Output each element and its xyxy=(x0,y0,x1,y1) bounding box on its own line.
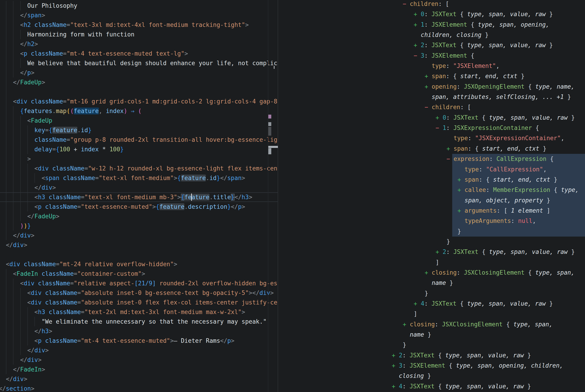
ast-node-row[interactable]: +span: { start, end, ctxt } xyxy=(290,144,585,154)
ast-node-row[interactable]: } xyxy=(290,340,585,350)
code-line[interactable]: <p className="mt-4 text-essence-muted">—… xyxy=(0,336,278,346)
code-line[interactable]: ))} xyxy=(0,221,278,231)
collapse-node-toggle[interactable]: − xyxy=(447,154,454,164)
ast-node-row[interactable]: +2: JSXText { type, span, value, raw } xyxy=(290,247,585,257)
ast-node-row[interactable]: } xyxy=(290,236,585,247)
ast-node-row[interactable]: type: "JSXExpressionContainer", xyxy=(290,133,585,143)
code-line[interactable]: </section> xyxy=(0,384,278,392)
ast-tree-pane[interactable]: −children: [+0: JSXText { type, span, va… xyxy=(290,0,585,392)
code-line[interactable] xyxy=(0,87,278,97)
code-line[interactable] xyxy=(0,250,278,259)
expand-node-toggle[interactable]: + xyxy=(414,9,421,19)
ast-node-row[interactable]: } xyxy=(290,288,585,298)
collapse-node-toggle[interactable]: − xyxy=(403,0,410,9)
ast-node-row[interactable]: +4: JSXText { type, span, value, raw } xyxy=(290,381,585,392)
code-line[interactable]: <div className="absolute inset-0 bg-esse… xyxy=(0,288,278,298)
ast-node-row[interactable]: name } xyxy=(290,330,585,340)
collapse-node-toggle[interactable]: − xyxy=(414,50,421,61)
code-line[interactable]: </h2> xyxy=(0,39,278,49)
ast-node-row[interactable]: +2: JSXText { type, span, value, raw } xyxy=(290,40,585,50)
ast-node-row[interactable]: type: "JSXElement", xyxy=(290,61,585,71)
code-line[interactable]: className="group p-8 rounded-2xl transit… xyxy=(0,135,278,144)
ast-node-row[interactable]: } xyxy=(290,226,585,236)
code-line[interactable]: </div> xyxy=(0,240,278,250)
ast-node-row[interactable]: −1: JSXExpressionContainer { xyxy=(290,123,585,133)
code-line[interactable]: Our Philosophy xyxy=(0,1,278,10)
expand-node-toggle[interactable]: + xyxy=(414,20,421,30)
expand-node-toggle[interactable]: + xyxy=(414,298,421,309)
code-line[interactable]: </div> xyxy=(0,231,278,240)
code-line[interactable]: <h3 className="text-2xl md:text-3xl font… xyxy=(0,307,278,317)
expand-node-toggle[interactable]: + xyxy=(392,381,399,392)
code-line[interactable]: </h3> xyxy=(0,326,278,336)
ast-node-row[interactable]: ] xyxy=(290,309,585,319)
code-line[interactable]: <h2 className="text-3xl md:text-4xl font… xyxy=(0,20,278,30)
expand-node-toggle[interactable]: + xyxy=(447,144,454,154)
code-line[interactable]: </FadeIn> xyxy=(0,365,278,374)
expand-node-toggle[interactable]: + xyxy=(425,268,432,278)
scrollbar-thumb[interactable] xyxy=(268,148,271,154)
expand-node-toggle[interactable]: + xyxy=(425,82,432,92)
ast-node-row[interactable]: +0: JSXText { type, span, value, raw } xyxy=(290,9,585,19)
ast-node-row[interactable]: +0: JSXText { type, span, value, raw } xyxy=(290,112,585,123)
code-line[interactable]: > xyxy=(0,154,278,164)
ast-node-row[interactable]: +4: JSXText { type, span, value, raw } xyxy=(290,298,585,309)
code-line[interactable]: <FadeIn className="container-custom"> xyxy=(0,269,278,278)
ast-node-row[interactable]: +1: JSXElement { type, span, opening, xyxy=(290,20,585,30)
code-line[interactable]: <div className="absolute inset-0 flex fl… xyxy=(0,298,278,307)
ast-node-row[interactable]: −children: [ xyxy=(290,102,585,112)
code-line[interactable]: </div> xyxy=(0,346,278,355)
ast-node-row[interactable]: +opening: JSXOpeningElement { type, name… xyxy=(290,82,585,92)
ast-node-row[interactable]: closing } xyxy=(290,371,585,381)
ast-node-row[interactable]: children, closing } xyxy=(290,30,585,40)
code-line[interactable]: <p className="text-essence-muted">{featu… xyxy=(0,202,278,212)
code-line[interactable]: "We eliminate the unnecessary so that th… xyxy=(0,317,278,326)
ast-node-row[interactable]: +arguments: [ 1 element ] xyxy=(290,206,585,216)
ast-node-row[interactable]: span, attributes, selfClosing, ... +1 } xyxy=(290,92,585,102)
code-line[interactable]: </p> xyxy=(0,68,278,78)
source-code-pane[interactable]: Our Philosophy </span> <h2 className="te… xyxy=(0,0,278,392)
ast-node-row[interactable]: −children: [ xyxy=(290,0,585,9)
ast-node-row[interactable]: +callee: MemberExpression { type, xyxy=(290,185,585,195)
code-line[interactable]: </FadeUp> xyxy=(0,78,278,87)
code-line[interactable]: <div className="relative aspect-[21/9] r… xyxy=(0,278,278,288)
expand-node-toggle[interactable]: + xyxy=(457,185,465,195)
expand-node-toggle[interactable]: + xyxy=(436,112,443,123)
ast-node-row[interactable]: typeArguments: null, xyxy=(290,216,585,226)
ast-node-row[interactable]: span, object, property } xyxy=(290,195,585,206)
code-line[interactable]: <div className="mt-16 grid grid-cols-1 m… xyxy=(0,97,278,106)
ast-node-row[interactable]: +closing: JSXClosingElement { type, span… xyxy=(290,319,585,330)
code-line[interactable]: </div> xyxy=(0,374,278,384)
code-line[interactable]: <FadeUp xyxy=(0,116,278,125)
expand-node-toggle[interactable]: + xyxy=(425,71,432,81)
expand-node-toggle[interactable]: + xyxy=(457,206,465,216)
ast-node-row[interactable]: +span: { start, end, ctxt } xyxy=(290,174,585,185)
ast-node-row[interactable]: +3: JSXElement { type, span, opening, ch… xyxy=(290,360,585,371)
code-line[interactable]: <p className="mt-4 text-essence-muted te… xyxy=(0,49,278,58)
expand-node-toggle[interactable]: + xyxy=(392,360,399,371)
ast-node-row[interactable]: name } xyxy=(290,278,585,288)
ast-node-row[interactable]: +closing: JSXClosingElement { type, span… xyxy=(290,268,585,278)
code-line[interactable]: Harmonizing form with function xyxy=(0,30,278,39)
expand-node-toggle[interactable]: + xyxy=(392,350,399,360)
ast-node-row[interactable]: ] xyxy=(290,257,585,268)
code-line[interactable]: key={feature.id} xyxy=(0,125,278,135)
code-line[interactable]: </FadeUp> xyxy=(0,212,278,221)
ast-node-row[interactable]: −3: JSXElement { xyxy=(290,50,585,61)
code-line[interactable]: </span> xyxy=(0,10,278,20)
ast-node-row[interactable]: +span: { start, end, ctxt } xyxy=(290,71,585,81)
code-line[interactable]: </div> xyxy=(0,183,278,192)
expand-node-toggle[interactable]: + xyxy=(414,40,421,50)
ast-node-row[interactable]: type: "CallExpression", xyxy=(290,164,585,174)
ast-node-row[interactable]: +2: JSXText { type, span, value, raw } xyxy=(290,350,585,360)
ast-node-row[interactable]: −expression: CallExpression { xyxy=(290,154,585,164)
code-line[interactable]: <h3 className="text-xl font-medium mb-3"… xyxy=(0,192,278,202)
code-line[interactable]: <div className="mt-24 relative overflow-… xyxy=(0,259,278,269)
code-line[interactable]: <span className="text-xl font-medium">{f… xyxy=(0,173,278,183)
code-line[interactable]: {features.map((feature, index) ⇒ ( xyxy=(0,106,278,116)
expand-node-toggle[interactable]: + xyxy=(457,174,465,185)
collapse-node-toggle[interactable]: − xyxy=(425,102,432,112)
code-line[interactable]: </div> xyxy=(0,355,278,365)
code-line[interactable]: <div className="w-12 h-12 rounded-xl bg-… xyxy=(0,164,278,173)
expand-node-toggle[interactable]: + xyxy=(403,319,410,330)
